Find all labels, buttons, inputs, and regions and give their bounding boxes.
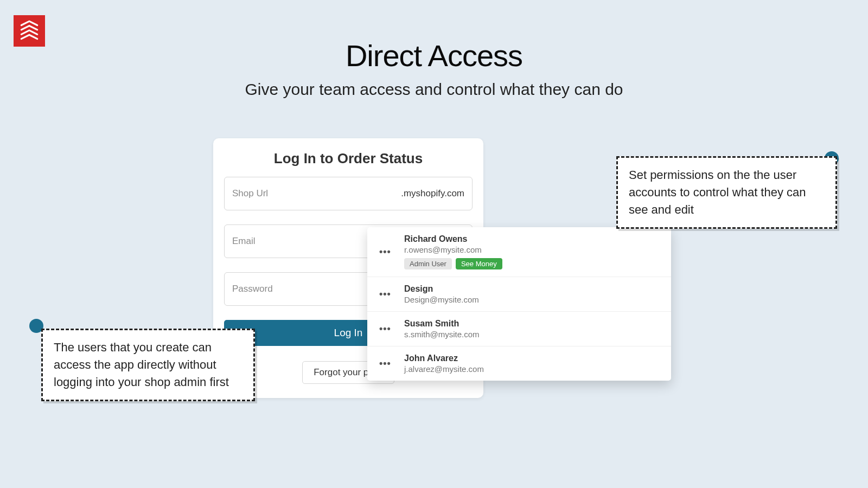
user-name: Richard Owens — [404, 234, 502, 244]
user-list-panel: ••• Richard Owens r.owens@mysite.com Adm… — [367, 227, 671, 381]
page-title: Direct Access — [0, 38, 868, 73]
list-item[interactable]: ••• Design Design@mysite.com — [367, 277, 671, 312]
login-title: Log In to Order Status — [224, 150, 473, 167]
user-email: j.alvarez@mysite.com — [404, 364, 484, 374]
admin-user-badge: Admin User — [404, 258, 452, 269]
more-icon[interactable]: ••• — [379, 288, 397, 300]
more-icon[interactable]: ••• — [379, 246, 397, 258]
user-name: Susam Smith — [404, 319, 480, 329]
shop-url-placeholder: Shop Url — [232, 188, 268, 199]
list-item[interactable]: ••• Susam Smith s.smith@mysite.com — [367, 312, 671, 346]
password-placeholder: Password — [232, 284, 273, 294]
more-icon[interactable]: ••• — [379, 358, 397, 369]
list-item[interactable]: ••• John Alvarez j.alvarez@mysite.com — [367, 346, 671, 381]
see-money-badge: See Money — [456, 258, 502, 269]
callout-permissions: Set permissions on the the user accounts… — [616, 156, 837, 229]
user-email: r.owens@mysite.com — [404, 245, 502, 254]
list-item[interactable]: ••• Richard Owens r.owens@mysite.com Adm… — [367, 227, 671, 277]
page-subtitle: Give your team access and control what t… — [0, 80, 868, 99]
email-placeholder: Email — [232, 236, 256, 247]
user-email: Design@mysite.com — [404, 295, 479, 304]
user-name: John Alvarez — [404, 354, 484, 363]
callout-direct-access: The users that you create can access the… — [41, 329, 255, 401]
shop-url-field[interactable]: Shop Url .myshopify.com — [224, 177, 473, 210]
user-email: s.smith@mysite.com — [404, 330, 480, 339]
shop-url-suffix: .myshopify.com — [401, 188, 464, 199]
more-icon[interactable]: ••• — [379, 323, 397, 335]
user-name: Design — [404, 284, 479, 294]
